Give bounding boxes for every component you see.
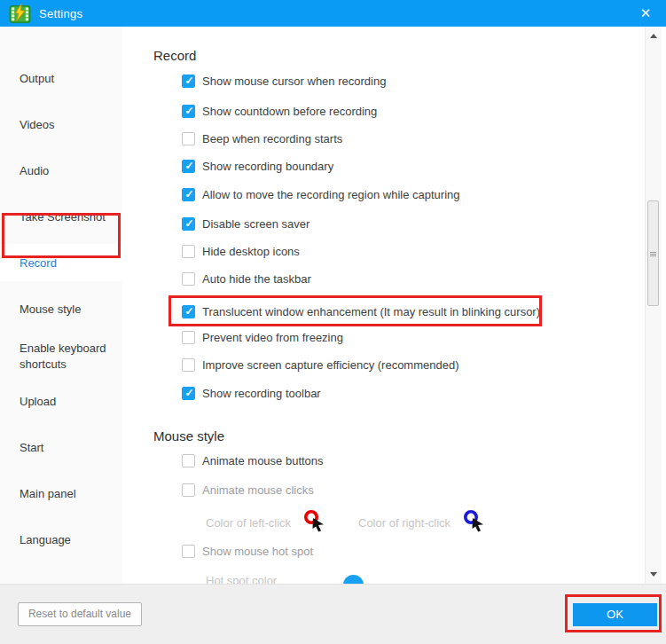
checkbox-label: Prevent video from freezing xyxy=(202,331,343,344)
scrollbar-up-icon[interactable] xyxy=(650,34,657,38)
checkbox-label: Show recording toolbar xyxy=(202,387,321,400)
mouse-style-section-heading: Mouse style xyxy=(153,428,224,444)
checkbox-row: Animate mouse clicks xyxy=(182,483,314,498)
checkbox-label: Beep when recording starts xyxy=(202,132,342,145)
settings-window: Settings ✕ Output Videos Audio Take Scre… xyxy=(0,0,666,644)
checkbox[interactable] xyxy=(182,331,195,344)
record-section-heading: Record xyxy=(153,48,196,63)
checkbox-row: Prevent video from freezing xyxy=(182,330,343,345)
sidebar-item-videos[interactable]: Videos xyxy=(20,117,115,133)
checkbox-label: Disable screen saver xyxy=(202,217,309,231)
reset-to-default-button[interactable]: Reset to default value xyxy=(18,602,142,626)
sidebar-item-audio[interactable]: Audio xyxy=(20,163,115,179)
checkbox-row: Disable screen saver xyxy=(182,216,309,232)
checkbox-label: Show mouse hot spot xyxy=(202,545,313,558)
sidebar-item-language[interactable]: Language xyxy=(20,532,115,548)
checkbox-label: Allow to move the recording region while… xyxy=(202,188,460,201)
sidebar-item-main-panel[interactable]: Main panel xyxy=(20,486,115,502)
checkbox-label: Animate mouse clicks xyxy=(202,483,314,497)
checkbox[interactable] xyxy=(182,105,195,118)
checkbox-row: Improve screen capture efficiency (recom… xyxy=(182,357,459,373)
checkbox-label: Auto hide the taskbar xyxy=(202,272,311,286)
checkbox-label: Animate mouse buttons xyxy=(202,454,324,467)
checkbox-label: Translucent window enhancement (It may r… xyxy=(202,305,540,318)
sidebar-item-mouse-style[interactable]: Mouse style xyxy=(20,302,115,318)
titlebar: Settings ✕ xyxy=(0,0,666,27)
checkbox-row: Hide desktop icons xyxy=(182,244,300,259)
checkbox[interactable] xyxy=(182,545,195,558)
ok-button[interactable]: OK xyxy=(573,603,657,626)
checkbox[interactable] xyxy=(182,188,195,201)
checkbox[interactable] xyxy=(182,217,195,231)
checkbox[interactable] xyxy=(182,305,195,318)
checkbox-row: Auto hide the taskbar xyxy=(182,271,311,287)
checkbox-row: Show recording toolbar xyxy=(182,386,321,401)
checkbox-row-translucent: Translucent window enhancement (It may r… xyxy=(182,304,540,319)
checkbox-row: Allow to move the recording region while… xyxy=(182,187,460,202)
checkbox[interactable] xyxy=(182,245,195,258)
sidebar-item-take-screenshot[interactable]: Take Screenshot xyxy=(20,209,115,225)
scrollbar-down-icon[interactable] xyxy=(650,572,657,577)
app-logo-icon xyxy=(9,4,31,24)
sidebar-item-output[interactable]: Output xyxy=(20,71,115,87)
checkbox[interactable] xyxy=(182,132,195,145)
checkbox-row: Show recording boundary xyxy=(182,159,333,174)
checkbox-label: Show recording boundary xyxy=(202,160,333,173)
left-click-color-label: Color of left-click xyxy=(206,516,291,530)
checkbox[interactable] xyxy=(182,483,195,497)
sidebar-item-enable-keyboard-shortcuts[interactable]: Enable keyboard shortcuts xyxy=(20,341,115,373)
checkbox[interactable] xyxy=(182,358,195,372)
right-click-color-label: Color of right-click xyxy=(358,516,451,530)
checkbox-row: Show mouse cursor when recording xyxy=(182,74,386,89)
checkbox-label: Show countdown before recording xyxy=(202,105,377,118)
checkbox[interactable] xyxy=(182,272,195,286)
settings-content: Record Show mouse cursor when recording … xyxy=(122,27,645,584)
checkbox-label: Improve screen capture efficiency (recom… xyxy=(202,358,459,372)
checkbox-label: Hide desktop icons xyxy=(202,245,300,258)
scrollbar-grip-icon xyxy=(650,252,656,256)
scrollbar-thumb[interactable] xyxy=(647,200,659,306)
checkbox[interactable] xyxy=(182,454,195,467)
vertical-scrollbar[interactable] xyxy=(645,27,662,584)
checkbox-row: Show countdown before recording xyxy=(182,104,377,119)
right-click-color-icon[interactable] xyxy=(463,509,486,533)
checkbox-row: Show mouse hot spot xyxy=(182,544,313,559)
footer-bar: Reset to default value OK xyxy=(0,584,666,644)
checkbox[interactable] xyxy=(182,160,195,173)
checkbox[interactable] xyxy=(182,387,195,400)
sidebar-item-record[interactable]: Record xyxy=(20,255,115,271)
window-title: Settings xyxy=(39,7,82,20)
close-icon[interactable]: ✕ xyxy=(635,4,656,23)
sidebar-item-start[interactable]: Start xyxy=(20,440,115,456)
checkbox-row: Animate mouse buttons xyxy=(182,453,324,468)
left-click-color-icon[interactable] xyxy=(303,509,326,533)
checkbox-label: Show mouse cursor when recording xyxy=(202,75,386,88)
sidebar-item-upload[interactable]: Upload xyxy=(20,394,115,410)
checkbox[interactable] xyxy=(182,75,195,88)
sidebar: Output Videos Audio Take Screenshot Reco… xyxy=(0,27,122,584)
checkbox-row: Beep when recording starts xyxy=(182,131,342,146)
